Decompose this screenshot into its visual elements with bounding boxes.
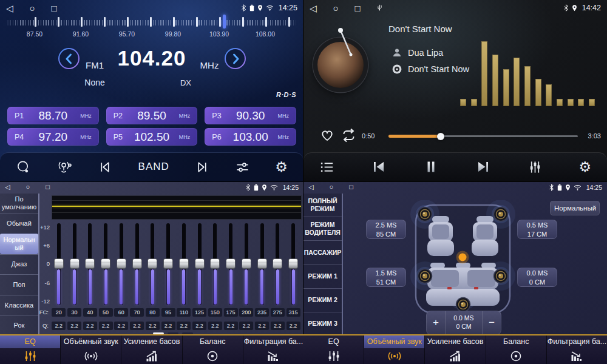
speaker-rear-right-icon[interactable] xyxy=(494,269,508,283)
tab-bass-boost[interactable]: Усиление басов xyxy=(121,335,181,364)
listener-position-dot[interactable] xyxy=(459,254,467,261)
favorite-button[interactable] xyxy=(319,127,335,142)
slider-handle[interactable] xyxy=(117,258,126,269)
back-icon[interactable]: ◁ xyxy=(5,184,10,190)
frequency-ruler[interactable]: 87.5091.6095.7099.80103.90108.00 xyxy=(5,17,299,39)
eq-preset-item[interactable]: Джаз xyxy=(0,254,38,275)
delay-rear-right-button[interactable]: 0.0 MS 0 CM xyxy=(517,268,557,287)
eq-band-slider[interactable] xyxy=(192,223,208,305)
eq-band-slider[interactable] xyxy=(145,223,161,305)
tab-surround[interactable]: Объёмный звук xyxy=(60,335,121,364)
recents-icon[interactable]: □ xyxy=(52,4,57,13)
slider-handle[interactable] xyxy=(195,258,205,269)
previous-station-button[interactable] xyxy=(98,160,113,175)
recents-icon[interactable]: □ xyxy=(355,4,361,13)
repeat-button[interactable] xyxy=(340,128,358,143)
eq-band-slider[interactable] xyxy=(254,223,270,305)
settings-gear-icon[interactable]: ⚙ xyxy=(578,160,591,174)
eq-band-slider[interactable] xyxy=(67,223,83,305)
tune-up-button[interactable] xyxy=(225,48,246,69)
eq-preset-item[interactable]: Обычай xyxy=(0,214,38,234)
next-station-button[interactable] xyxy=(194,160,209,175)
progress-bar[interactable] xyxy=(388,135,578,138)
delay-rear-left-button[interactable]: 1.5 MS 51 CM xyxy=(366,268,406,287)
delay-front-left-button[interactable]: 2.5 MS 85 CM xyxy=(366,220,406,239)
slider-handle[interactable] xyxy=(54,258,64,269)
slider-handle[interactable] xyxy=(288,258,298,269)
slider-handle[interactable] xyxy=(148,258,157,269)
tab-filter[interactable]: Фильтрация ба... xyxy=(546,335,607,364)
eq-preset-item[interactable]: Рок xyxy=(0,315,38,335)
playlist-button[interactable] xyxy=(319,160,334,175)
eq-band-slider[interactable] xyxy=(83,223,98,305)
soundfield-mode-item[interactable]: РЕЖИМ 2 xyxy=(304,288,342,312)
eq-band-slider[interactable] xyxy=(239,223,254,305)
home-icon[interactable]: ○ xyxy=(25,184,30,190)
recents-icon[interactable]: □ xyxy=(46,184,50,190)
slider-handle[interactable] xyxy=(179,258,189,269)
eq-band-slider[interactable] xyxy=(98,223,114,305)
soundfield-mode-item[interactable]: РЕЖИМ 1 xyxy=(304,265,342,288)
speaker-front-right-icon[interactable] xyxy=(494,207,508,221)
settings-gear-icon[interactable]: ⚙ xyxy=(275,160,288,174)
delay-front-right-button[interactable]: 0.5 MS 17 CM xyxy=(517,220,557,239)
broadcast-button[interactable] xyxy=(56,160,73,175)
band-button[interactable]: BAND xyxy=(138,161,169,173)
back-icon[interactable]: ◁ xyxy=(6,4,13,13)
back-icon[interactable]: ◁ xyxy=(310,4,317,13)
eq-band-slider[interactable] xyxy=(208,223,223,305)
tab-bass-boost[interactable]: Усиление басов xyxy=(424,335,485,364)
next-track-button[interactable] xyxy=(475,159,491,175)
home-icon[interactable]: ○ xyxy=(333,4,339,13)
preset-button[interactable]: P5102.50MHz xyxy=(106,128,198,146)
back-icon[interactable]: ◁ xyxy=(308,184,313,190)
soundfield-mode-item[interactable]: РЕЖИМ 3 xyxy=(304,312,342,335)
slider-handle[interactable] xyxy=(70,258,80,269)
eq-band-slider[interactable] xyxy=(176,223,192,305)
eq-preset-item[interactable]: Классика xyxy=(0,295,38,315)
tab-eq[interactable]: EQ xyxy=(304,335,364,364)
eq-band-slider[interactable] xyxy=(160,223,176,305)
eq-preset-item[interactable]: Поп xyxy=(0,274,38,295)
eq-band-slider[interactable] xyxy=(223,223,239,305)
soundfield-mode-item[interactable]: ПОЛНЫЙ РЕЖИМ xyxy=(304,194,342,217)
slider-handle[interactable] xyxy=(242,258,251,269)
speaker-front-left-icon[interactable] xyxy=(418,207,432,221)
soundfield-mode-item[interactable]: ПАССАЖИР xyxy=(304,240,342,264)
profile-button[interactable]: Нормальный xyxy=(550,201,600,215)
recents-icon[interactable]: □ xyxy=(349,184,353,190)
slider-handle[interactable] xyxy=(257,258,267,269)
eq-preset-item[interactable]: По умолчанию xyxy=(0,194,38,214)
increase-button[interactable]: + xyxy=(427,311,445,334)
slider-handle[interactable] xyxy=(226,258,236,269)
eq-band-slider[interactable] xyxy=(285,223,301,305)
pause-button[interactable] xyxy=(423,159,439,175)
eq-band-slider[interactable] xyxy=(114,223,129,305)
previous-track-button[interactable] xyxy=(371,159,387,175)
slider-handle[interactable] xyxy=(273,258,282,269)
slider-handle[interactable] xyxy=(163,258,173,269)
preset-button[interactable]: P6103.00MHz xyxy=(205,128,296,146)
preset-button[interactable]: P188.70MHz xyxy=(7,107,99,124)
eq-band-slider[interactable] xyxy=(51,223,67,305)
home-icon[interactable]: ○ xyxy=(30,4,35,13)
preset-button[interactable]: P289.50MHz xyxy=(106,107,198,124)
scan-button[interactable] xyxy=(16,160,31,175)
soundfield-mode-item[interactable]: РЕЖИМ ВОДИТЕЛЯ xyxy=(304,217,342,240)
home-icon[interactable]: ○ xyxy=(329,184,333,190)
progress-thumb[interactable] xyxy=(437,133,444,140)
slider-handle[interactable] xyxy=(85,258,95,269)
decrease-button[interactable]: − xyxy=(483,311,501,334)
slider-handle[interactable] xyxy=(101,258,110,269)
tab-balance[interactable]: Баланс xyxy=(486,335,546,364)
speaker-rear-left-icon[interactable] xyxy=(418,269,432,283)
tab-filter[interactable]: Фильтрация ба... xyxy=(243,335,304,364)
eq-band-slider[interactable] xyxy=(270,223,286,305)
subwoofer-icon[interactable] xyxy=(456,298,470,312)
eq-button[interactable] xyxy=(527,160,543,175)
slider-handle[interactable] xyxy=(132,258,142,269)
tune-settings-button[interactable] xyxy=(235,160,250,175)
preset-button[interactable]: P497.20MHz xyxy=(7,128,99,146)
eq-preset-item[interactable]: Нормальный xyxy=(0,234,38,254)
eq-band-slider[interactable] xyxy=(129,223,145,305)
